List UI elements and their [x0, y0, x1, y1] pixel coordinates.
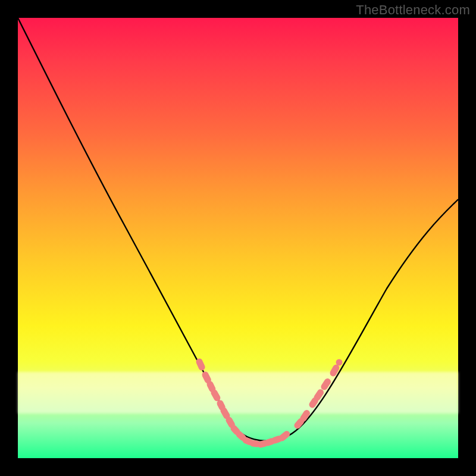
highlight-bead — [275, 439, 279, 440]
highlight-bead — [220, 403, 222, 408]
highlight-bead — [303, 414, 306, 418]
highlight-bead — [336, 359, 343, 366]
highlight-bead — [224, 411, 227, 416]
highlight-bead — [324, 382, 327, 387]
highlight-bead — [261, 443, 265, 444]
highlight-bead — [268, 441, 272, 443]
highlight-bead — [214, 393, 217, 398]
highlight-bead — [312, 400, 315, 405]
highlight-bead — [317, 393, 321, 397]
highlight-bead — [234, 428, 237, 432]
bottleneck-curve-path — [18, 18, 458, 441]
highlight-bead — [333, 368, 336, 373]
watermark-text: TheBottleneck.com — [356, 2, 470, 18]
highlight-bead — [229, 420, 231, 425]
bottleneck-curve-svg — [18, 18, 458, 458]
highlight-bead — [205, 375, 208, 380]
highlight-bead — [239, 434, 243, 438]
highlight-bead — [210, 384, 212, 389]
highlight-bead — [199, 362, 202, 367]
highlight-bead — [246, 440, 250, 442]
chart-plot-area — [18, 18, 458, 458]
highlight-bead — [298, 421, 301, 425]
highlight-bead — [253, 443, 257, 444]
highlight-bead — [282, 434, 287, 438]
